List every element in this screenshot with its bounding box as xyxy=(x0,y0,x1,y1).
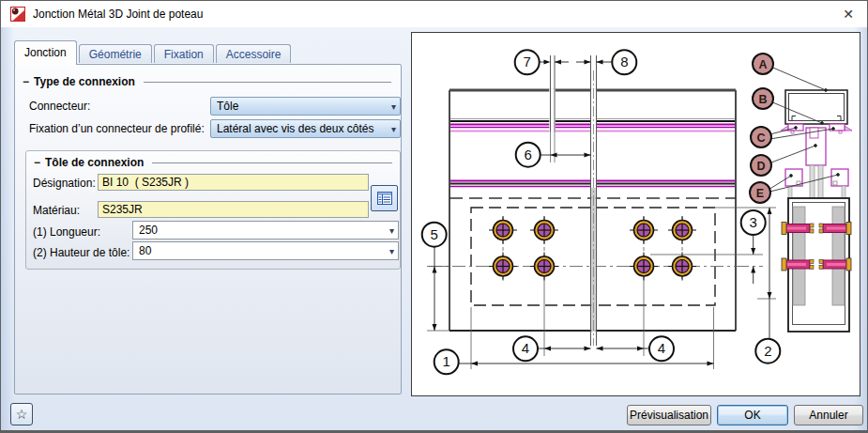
callout-8: 8 xyxy=(612,50,636,74)
joint-drawing: 1 2 3 4 4 xyxy=(412,33,860,395)
plate-height-label: (2) Hauteur de tôle: xyxy=(33,246,129,259)
callout-C: C xyxy=(751,127,771,147)
fixation-combobox[interactable]: Latéral avec vis des deux côtés ▾ xyxy=(210,119,401,138)
svg-text:4: 4 xyxy=(658,340,665,356)
callout-D: D xyxy=(751,155,771,176)
svg-text:D: D xyxy=(756,160,765,173)
window-title: Jonction Métal 3D Joint de poteau xyxy=(33,8,203,21)
star-icon: ☆ xyxy=(16,407,28,422)
bolt-group-right xyxy=(630,216,696,281)
tab-page-jonction: − Type de connexion Connecteur: Tôle ▾ F… xyxy=(14,64,402,394)
chevron-down-icon: ▾ xyxy=(388,101,396,112)
callout-6: 6 xyxy=(516,143,541,167)
tab-fixation[interactable]: Fixation xyxy=(154,44,214,63)
section-view xyxy=(781,90,852,332)
callout-4-left: 4 xyxy=(513,336,538,361)
callout-7: 7 xyxy=(515,50,540,74)
plate-height-combobox[interactable]: 80 ▾ xyxy=(132,241,399,260)
material-label: Matériau: xyxy=(33,204,80,217)
svg-text:C: C xyxy=(756,131,765,145)
material-field[interactable] xyxy=(98,201,369,218)
group-tole-de-connexion: − Tôle de connexion Désignation: Matéria… xyxy=(25,150,401,270)
tab-geometrie[interactable]: Géométrie xyxy=(79,44,152,63)
callout-A: A xyxy=(753,54,773,74)
callout-1: 1 xyxy=(434,349,459,374)
preview-button[interactable]: Prévisualisation xyxy=(627,405,711,425)
letter-leaders xyxy=(770,68,840,193)
chevron-down-icon: ▾ xyxy=(388,124,396,134)
svg-text:5: 5 xyxy=(431,226,438,242)
joint-preview-panel: 1 2 3 4 4 xyxy=(411,32,860,396)
gusset-plate xyxy=(832,207,845,305)
length-value: 250 xyxy=(139,224,386,237)
group-title-row: − Tôle de connexion xyxy=(34,156,392,169)
length-combobox[interactable]: 250 ▾ xyxy=(132,221,399,240)
callout-5: 5 xyxy=(422,223,447,247)
connector-value: Tôle xyxy=(217,100,388,113)
favorite-button[interactable]: ☆ xyxy=(10,403,33,425)
svg-text:1: 1 xyxy=(443,353,450,369)
callout-2: 2 xyxy=(755,339,780,363)
group-type-de-connexion: − Type de connexion xyxy=(23,75,391,88)
close-icon[interactable]: ✕ xyxy=(840,6,857,23)
chevron-down-icon: ▾ xyxy=(386,246,394,256)
connector-label: Connecteur: xyxy=(29,100,90,113)
chevron-down-icon: ▾ xyxy=(386,225,394,236)
tab-strip: Jonction Géométrie Fixation Accessoire xyxy=(14,40,293,65)
extension-lines xyxy=(427,208,776,369)
joint-gap xyxy=(549,55,597,346)
app-icon xyxy=(10,7,25,22)
svg-text:8: 8 xyxy=(620,54,628,70)
callout-4-right: 4 xyxy=(649,336,674,361)
fixation-value: Latéral avec vis des deux côtés xyxy=(217,122,388,135)
plate-height-value: 80 xyxy=(139,244,386,257)
cancel-button[interactable]: Annuler xyxy=(794,405,863,425)
bolt-group-left xyxy=(489,216,558,281)
title-bar: Jonction Métal 3D Joint de poteau ✕ xyxy=(1,1,867,27)
svg-text:4: 4 xyxy=(522,340,529,356)
dimension-arrows xyxy=(433,60,772,366)
collapse-icon: − xyxy=(34,156,40,169)
group-rule xyxy=(152,162,392,163)
tab-jonction[interactable]: Jonction xyxy=(14,40,77,65)
group-rule xyxy=(144,82,391,83)
table-select-button[interactable] xyxy=(371,185,398,211)
designation-label: Désignation: xyxy=(33,177,96,190)
designation-field[interactable] xyxy=(98,174,369,191)
callout-B: B xyxy=(753,88,773,109)
joint-dialog: Jonction Métal 3D Joint de poteau ✕ Jonc… xyxy=(0,0,868,433)
tab-accessoire[interactable]: Accessoire xyxy=(216,44,292,63)
ok-button[interactable]: OK xyxy=(717,405,788,425)
callout-3: 3 xyxy=(741,210,766,235)
svg-text:A: A xyxy=(758,58,767,71)
svg-text:7: 7 xyxy=(524,54,531,70)
svg-text:3: 3 xyxy=(750,214,757,230)
group-title-tole: Tôle de connexion xyxy=(45,156,144,169)
svg-text:6: 6 xyxy=(525,147,532,162)
number-callouts: 1 2 3 4 4 xyxy=(422,50,781,374)
connector-combobox[interactable]: Tôle ▾ xyxy=(210,97,401,116)
group-title-type: Type de connexion xyxy=(34,75,135,88)
svg-text:E: E xyxy=(756,187,764,200)
letter-callouts: A B C D E xyxy=(750,54,773,203)
collapse-icon: − xyxy=(23,75,29,88)
svg-text:B: B xyxy=(758,93,767,106)
gusset-plate xyxy=(793,207,805,305)
callout-E: E xyxy=(750,182,770,203)
svg-text:2: 2 xyxy=(764,343,771,359)
length-label: (1) Longueur: xyxy=(33,225,100,239)
table-icon xyxy=(377,192,392,205)
fixation-label: Fixation d’un connecteur de profilé: xyxy=(29,122,205,135)
dimension-lines xyxy=(434,62,769,363)
